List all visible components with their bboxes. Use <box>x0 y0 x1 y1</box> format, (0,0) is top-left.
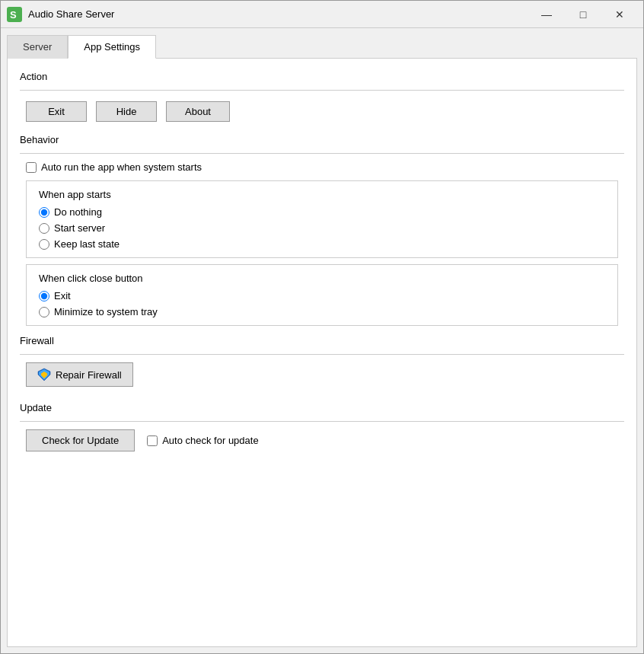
action-divider <box>20 90 624 91</box>
behavior-section: Behavior Auto run the app when system st… <box>20 134 624 326</box>
autorun-row: Auto run the app when system starts <box>26 161 618 173</box>
tab-app-settings[interactable]: App Settings <box>68 35 156 59</box>
update-divider <box>20 421 624 422</box>
behavior-divider <box>20 153 624 154</box>
shield-icon <box>37 368 51 381</box>
radio-start-server-label[interactable]: Start server <box>54 222 105 234</box>
radio-start-server-row: Start server <box>39 222 605 234</box>
autorun-label[interactable]: Auto run the app when system starts <box>41 161 202 173</box>
action-section: Action Exit Hide About <box>20 71 624 125</box>
auto-check-label[interactable]: Auto check for update <box>162 435 258 446</box>
radio-do-nothing-label[interactable]: Do nothing <box>54 206 102 218</box>
minimize-button[interactable]: — <box>529 3 564 26</box>
radio-exit-row: Exit <box>39 290 605 301</box>
when-close-button-group: When click close button Exit Minimize to… <box>26 264 618 326</box>
radio-keep-last-state[interactable] <box>39 239 49 250</box>
title-bar: S Audio Share Server — □ ✕ <box>1 1 643 28</box>
radio-minimize-tray-label[interactable]: Minimize to system tray <box>54 306 158 317</box>
update-section: Update Check for Update Auto check for u… <box>20 402 624 458</box>
when-app-starts-group: When app starts Do nothing Start server … <box>26 180 618 258</box>
behavior-header: Behavior <box>20 134 624 145</box>
radio-do-nothing[interactable] <box>39 207 49 218</box>
radio-keep-last-state-row: Keep last state <box>39 238 605 250</box>
tab-bar: Server App Settings <box>1 28 643 58</box>
autorun-checkbox[interactable] <box>26 162 37 173</box>
radio-minimize-tray[interactable] <box>39 307 49 317</box>
exit-button[interactable]: Exit <box>26 101 87 122</box>
window-controls: — □ ✕ <box>529 3 637 26</box>
svg-text:S: S <box>10 9 17 21</box>
radio-close-exit-label[interactable]: Exit <box>54 290 71 301</box>
firewall-header: Firewall <box>20 335 624 346</box>
tab-server[interactable]: Server <box>7 35 68 59</box>
app-icon: S <box>7 7 22 22</box>
auto-check-row: Auto check for update <box>147 435 258 446</box>
about-button[interactable]: About <box>166 101 230 122</box>
action-buttons: Exit Hide About <box>20 98 624 125</box>
main-window: S Audio Share Server — □ ✕ Server App Se… <box>0 0 644 654</box>
firewall-section: Firewall Repair Firewall <box>20 335 624 393</box>
window-title: Audio Share Server <box>28 8 529 20</box>
check-for-update-button[interactable]: Check for Update <box>26 429 135 451</box>
action-header: Action <box>20 71 624 82</box>
radio-minimize-tray-row: Minimize to system tray <box>39 306 605 317</box>
update-header: Update <box>20 402 624 413</box>
close-button[interactable]: ✕ <box>602 3 637 26</box>
radio-do-nothing-row: Do nothing <box>39 206 605 218</box>
maximize-button[interactable]: □ <box>566 3 601 26</box>
auto-check-checkbox[interactable] <box>147 435 158 446</box>
when-close-button-title: When click close button <box>39 273 605 284</box>
hide-button[interactable]: Hide <box>96 101 157 122</box>
tab-content: Action Exit Hide About Behavior Auto run… <box>7 58 637 647</box>
repair-firewall-button[interactable]: Repair Firewall <box>26 362 133 387</box>
repair-firewall-label: Repair Firewall <box>56 369 122 381</box>
radio-close-exit[interactable] <box>39 291 49 301</box>
radio-keep-last-state-label[interactable]: Keep last state <box>54 238 120 250</box>
firewall-divider <box>20 354 624 355</box>
when-app-starts-title: When app starts <box>39 189 605 200</box>
radio-start-server[interactable] <box>39 223 49 234</box>
